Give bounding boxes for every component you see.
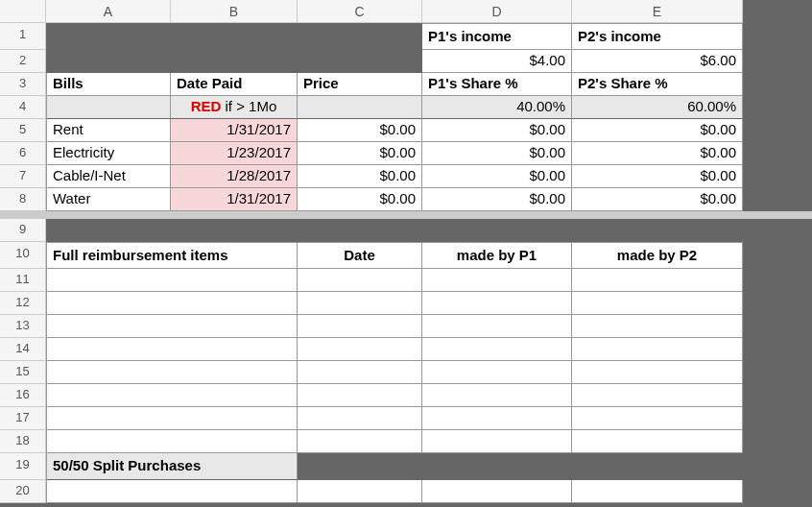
col-header-B[interactable]: B xyxy=(171,0,298,23)
reimb-item[interactable] xyxy=(46,407,298,430)
reimb-item[interactable] xyxy=(46,292,298,315)
bill-p2[interactable]: $0.00 xyxy=(572,188,743,211)
reimb-date-header[interactable]: Date xyxy=(298,242,422,269)
reimb-date[interactable] xyxy=(298,384,422,407)
bill-name[interactable]: Water xyxy=(46,188,171,211)
cell-B9[interactable] xyxy=(171,219,298,242)
reimb-p1[interactable] xyxy=(422,407,572,430)
row-header-4[interactable]: 4 xyxy=(0,96,46,119)
row-header-19[interactable]: 19 xyxy=(0,453,46,480)
cell-D20[interactable] xyxy=(422,480,572,503)
reimb-date[interactable] xyxy=(298,361,422,384)
bill-p2[interactable]: $0.00 xyxy=(572,119,743,142)
col-header-A[interactable]: A xyxy=(46,0,171,23)
reimb-item[interactable] xyxy=(46,384,298,407)
bill-date[interactable]: 1/31/2017 xyxy=(171,188,298,211)
row-header-16[interactable]: 16 xyxy=(0,384,46,407)
p1-income-label[interactable]: P1's income xyxy=(422,23,572,50)
reimb-p2[interactable] xyxy=(572,269,743,292)
col-header-C[interactable]: C xyxy=(298,0,422,23)
bill-p1[interactable]: $0.00 xyxy=(422,165,572,188)
p2-share-header[interactable]: P2's Share % xyxy=(572,73,743,96)
col-header-E[interactable]: E xyxy=(572,0,743,23)
bill-date[interactable]: 1/28/2017 xyxy=(171,165,298,188)
reimb-date[interactable] xyxy=(298,338,422,361)
bill-price[interactable]: $0.00 xyxy=(298,165,422,188)
reimb-p1[interactable] xyxy=(422,384,572,407)
row-header-18[interactable]: 18 xyxy=(0,430,46,453)
reimb-date[interactable] xyxy=(298,292,422,315)
reimb-p2[interactable] xyxy=(572,338,743,361)
p1-share-header[interactable]: P1's Share % xyxy=(422,73,572,96)
reimb-p1[interactable] xyxy=(422,361,572,384)
reimb-p2[interactable] xyxy=(572,315,743,338)
cell-C20[interactable] xyxy=(298,480,422,503)
p2-income-label[interactable]: P2's income xyxy=(572,23,743,50)
cell-C1[interactable] xyxy=(298,23,422,50)
cell-C9[interactable] xyxy=(298,219,422,242)
row-header-15[interactable]: 15 xyxy=(0,361,46,384)
row-header-1[interactable]: 1 xyxy=(0,23,46,50)
reimb-p2[interactable] xyxy=(572,407,743,430)
cell-B1[interactable] xyxy=(171,23,298,50)
bill-name[interactable]: Rent xyxy=(46,119,171,142)
bill-date[interactable]: 1/23/2017 xyxy=(171,142,298,165)
reimb-date[interactable] xyxy=(298,407,422,430)
reimb-p2[interactable] xyxy=(572,384,743,407)
reimb-p2[interactable] xyxy=(572,292,743,315)
row-header-11[interactable]: 11 xyxy=(0,269,46,292)
reimb-title[interactable]: Full reimbursement items xyxy=(46,242,298,269)
date-paid-header[interactable]: Date Paid xyxy=(171,73,298,96)
cell-C4[interactable] xyxy=(298,96,422,119)
row-header-10[interactable]: 10 xyxy=(0,242,46,269)
bill-name[interactable]: Cable/I-Net xyxy=(46,165,171,188)
corner-cell[interactable] xyxy=(0,0,46,23)
row-header-12[interactable]: 12 xyxy=(0,292,46,315)
reimb-item[interactable] xyxy=(46,269,298,292)
price-header[interactable]: Price xyxy=(298,73,422,96)
reimb-item[interactable] xyxy=(46,315,298,338)
reimb-p1[interactable] xyxy=(422,269,572,292)
red-rule-cell[interactable]: RED if > 1Mo xyxy=(171,96,298,119)
split-item[interactable] xyxy=(46,480,298,503)
cell-A9[interactable] xyxy=(46,219,171,242)
cell-B2[interactable] xyxy=(171,50,298,73)
bill-date[interactable]: 1/31/2017 xyxy=(171,119,298,142)
row-header-17[interactable]: 17 xyxy=(0,407,46,430)
row-header-6[interactable]: 6 xyxy=(0,142,46,165)
bill-p2[interactable]: $0.00 xyxy=(572,165,743,188)
reimb-item[interactable] xyxy=(46,338,298,361)
reimb-p1[interactable] xyxy=(422,338,572,361)
reimb-p1[interactable] xyxy=(422,315,572,338)
reimb-item[interactable] xyxy=(46,361,298,384)
cell-C2[interactable] xyxy=(298,50,422,73)
cell-E19[interactable] xyxy=(572,453,743,480)
row-header-5[interactable]: 5 xyxy=(0,119,46,142)
reimb-item[interactable] xyxy=(46,430,298,453)
p1-income-value[interactable]: $4.00 xyxy=(422,50,572,73)
row-header-2[interactable]: 2 xyxy=(0,50,46,73)
reimb-p1[interactable] xyxy=(422,430,572,453)
cell-C19[interactable] xyxy=(298,453,422,480)
reimb-date[interactable] xyxy=(298,269,422,292)
cell-D19[interactable] xyxy=(422,453,572,480)
row-header-3[interactable]: 3 xyxy=(0,73,46,96)
reimb-p2[interactable] xyxy=(572,361,743,384)
bill-p2[interactable]: $0.00 xyxy=(572,142,743,165)
reimb-p1-header[interactable]: made by P1 xyxy=(422,242,572,269)
reimb-p2-header[interactable]: made by P2 xyxy=(572,242,743,269)
cell-E9[interactable] xyxy=(572,219,743,242)
bills-header[interactable]: Bills xyxy=(46,73,171,96)
reimb-p2[interactable] xyxy=(572,430,743,453)
bill-price[interactable]: $0.00 xyxy=(298,142,422,165)
row-header-20[interactable]: 20 xyxy=(0,480,46,503)
bill-price[interactable]: $0.00 xyxy=(298,188,422,211)
row-header-8[interactable]: 8 xyxy=(0,188,46,211)
cell-A1[interactable] xyxy=(46,23,171,50)
cell-A4[interactable] xyxy=(46,96,171,119)
col-header-D[interactable]: D xyxy=(422,0,572,23)
cell-A2[interactable] xyxy=(46,50,171,73)
cell-E20[interactable] xyxy=(572,480,743,503)
reimb-date[interactable] xyxy=(298,430,422,453)
bill-p1[interactable]: $0.00 xyxy=(422,142,572,165)
